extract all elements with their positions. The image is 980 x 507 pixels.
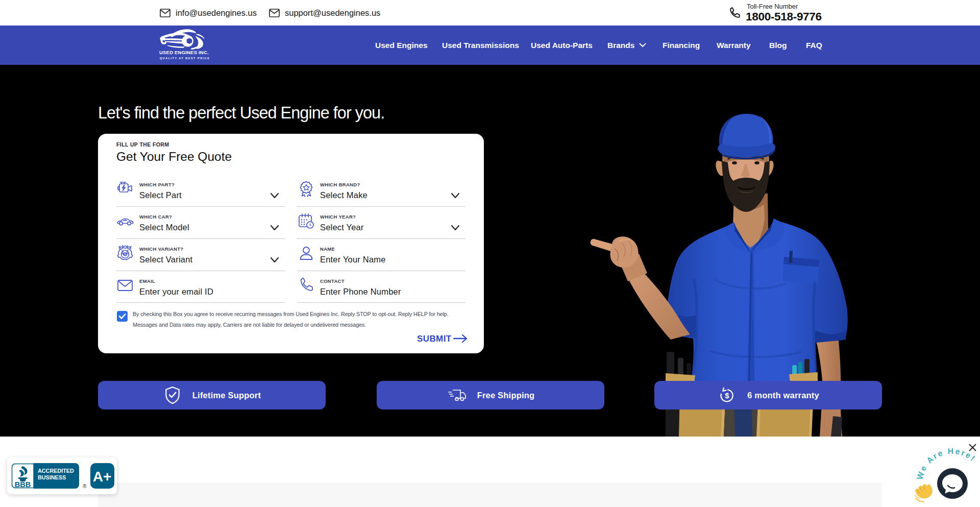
svg-text:®: ® xyxy=(83,484,87,489)
svg-text:BUSINESS: BUSINESS xyxy=(38,474,66,480)
svg-text:ACCREDITED: ACCREDITED xyxy=(38,468,74,474)
svg-text:$: $ xyxy=(725,391,729,400)
svg-text:A+: A+ xyxy=(93,469,112,485)
svg-text:BBB: BBB xyxy=(15,480,31,489)
